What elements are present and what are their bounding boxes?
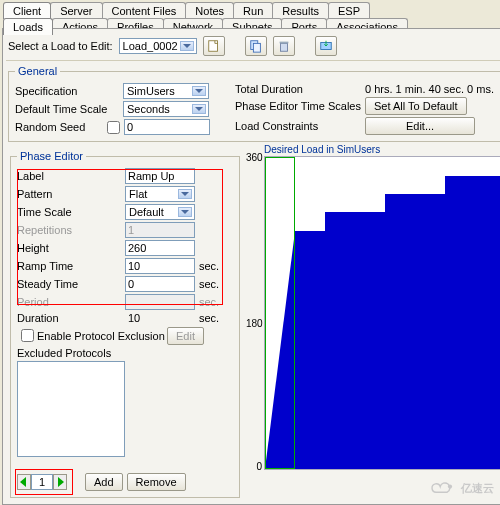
delete-icon[interactable] bbox=[273, 36, 295, 56]
specification-select[interactable]: SimUsers bbox=[123, 83, 209, 99]
svg-rect-2 bbox=[253, 43, 260, 52]
repetitions-label: Repetitions bbox=[17, 224, 125, 236]
default-time-scale-label: Default Time Scale bbox=[15, 103, 123, 115]
phase-label-label: Label bbox=[17, 170, 125, 182]
phase-prev-button[interactable] bbox=[17, 474, 31, 490]
random-seed-input[interactable] bbox=[124, 119, 210, 135]
time-scale-label: Time Scale bbox=[17, 206, 125, 218]
time-scale-select[interactable]: Default bbox=[125, 204, 195, 220]
pattern-select[interactable]: Flat bbox=[125, 186, 195, 202]
phase-editor-time-scales-label: Phase Editor Time Scales bbox=[235, 100, 365, 112]
load-select[interactable]: Load_0002 bbox=[119, 38, 197, 54]
tab-top-client[interactable]: Client bbox=[3, 2, 51, 19]
tab-sub-loads[interactable]: Loads bbox=[3, 18, 53, 35]
random-seed-checkbox[interactable] bbox=[107, 121, 120, 134]
ramp-time-label: Ramp Time bbox=[17, 260, 125, 272]
specification-label: Specification bbox=[15, 85, 123, 97]
protocol-exclusion-edit-button[interactable]: Edit bbox=[167, 327, 204, 345]
svg-rect-3 bbox=[280, 43, 287, 51]
svg-rect-0 bbox=[208, 41, 217, 52]
chart-ymid: 180 bbox=[246, 318, 262, 329]
period-unit: sec. bbox=[199, 296, 219, 308]
chart-title: Desired Load in SimUsers bbox=[264, 144, 380, 155]
phase-editor-group: Phase Editor Label PatternFlat Time Scal… bbox=[10, 150, 240, 498]
tab-top-run[interactable]: Run bbox=[233, 2, 273, 19]
new-load-icon[interactable] bbox=[203, 36, 225, 56]
general-group: General SpecificationSimUsers Default Ti… bbox=[8, 65, 500, 142]
remove-phase-button[interactable]: Remove bbox=[127, 473, 186, 491]
enable-protocol-exclusion-label: Enable Protocol Exclusion bbox=[37, 330, 167, 342]
period-label: Period bbox=[17, 296, 125, 308]
enable-protocol-exclusion-checkbox[interactable] bbox=[21, 329, 34, 342]
set-all-default-button[interactable]: Set All To Default bbox=[365, 97, 467, 115]
phase-label-input[interactable] bbox=[125, 168, 195, 184]
phase-index-input[interactable] bbox=[31, 474, 53, 490]
tab-top-esp[interactable]: ESP bbox=[328, 2, 370, 19]
tab-top-server[interactable]: Server bbox=[50, 2, 102, 19]
pattern-label: Pattern bbox=[17, 188, 125, 200]
steady-time-label: Steady Time bbox=[17, 278, 125, 290]
repetitions-input bbox=[125, 222, 195, 238]
phase-editor-legend: Phase Editor bbox=[17, 150, 86, 162]
phase-next-button[interactable] bbox=[53, 474, 67, 490]
steady-time-input[interactable] bbox=[125, 276, 195, 292]
svg-point-6 bbox=[448, 485, 452, 489]
svg-rect-4 bbox=[279, 42, 288, 44]
total-duration-label: Total Duration bbox=[235, 83, 365, 95]
excluded-protocols-list[interactable] bbox=[17, 361, 125, 457]
height-label: Height bbox=[17, 242, 125, 254]
steady-time-unit: sec. bbox=[199, 278, 219, 290]
excluded-protocols-label: Excluded Protocols bbox=[17, 347, 233, 359]
tab-top-notes[interactable]: Notes bbox=[185, 2, 234, 19]
load-constraints-label: Load Constraints bbox=[235, 120, 365, 132]
edit-constraints-button[interactable]: Edit... bbox=[365, 117, 475, 135]
chart-ymin: 0 bbox=[246, 461, 262, 472]
ramp-time-unit: sec. bbox=[199, 260, 219, 272]
duration-value: 10 bbox=[125, 312, 195, 324]
total-duration-value: 0 hrs. 1 min. 40 sec. 0 ms. bbox=[365, 83, 494, 95]
period-input bbox=[125, 294, 195, 310]
select-load-label: Select a Load to Edit: bbox=[8, 40, 113, 52]
add-phase-button[interactable]: Add bbox=[85, 473, 123, 491]
export-icon[interactable] bbox=[315, 36, 337, 56]
default-time-scale-select[interactable]: Seconds bbox=[123, 101, 209, 117]
duration-unit: sec. bbox=[199, 312, 219, 324]
ramp-time-input[interactable] bbox=[125, 258, 195, 274]
tab-top-content-files[interactable]: Content Files bbox=[102, 2, 187, 19]
copy-icon[interactable] bbox=[245, 36, 267, 56]
desired-load-chart: Desired Load in SimUsers 360 180 0 bbox=[246, 146, 500, 502]
tab-top-results[interactable]: Results bbox=[272, 2, 329, 19]
chart-ymax: 360 bbox=[246, 152, 262, 163]
watermark: 亿速云 bbox=[429, 479, 494, 497]
height-input[interactable] bbox=[125, 240, 195, 256]
general-legend: General bbox=[15, 65, 60, 77]
duration-label: Duration bbox=[17, 312, 125, 324]
